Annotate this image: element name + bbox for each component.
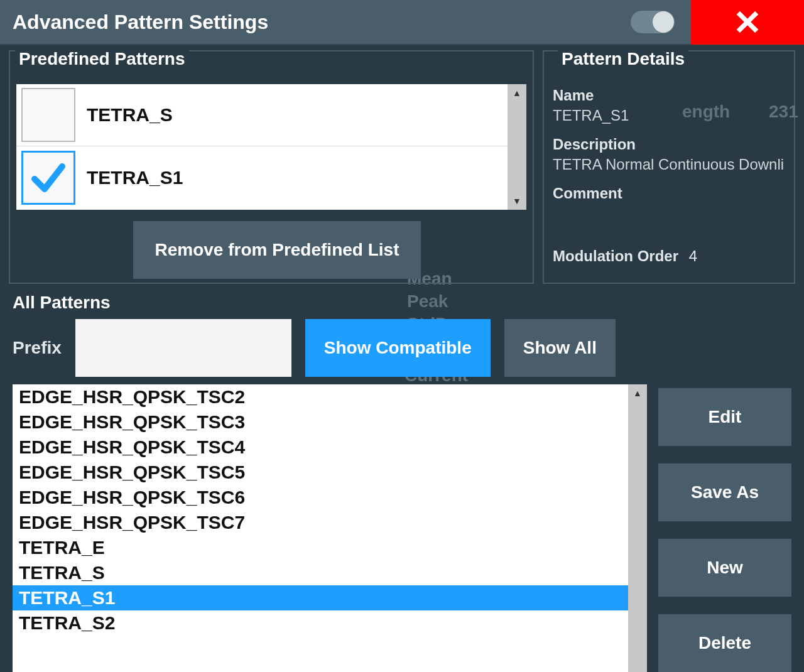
toggle-knob: [653, 11, 674, 33]
predefined-scrollbar[interactable]: ▲ ▼: [508, 84, 526, 210]
all-patterns-item[interactable]: TETRA_S2: [13, 610, 628, 636]
edit-button[interactable]: Edit: [658, 388, 791, 446]
predefined-patterns-list[interactable]: TETRA_STETRA_S1: [16, 84, 508, 210]
toggle-switch[interactable]: [631, 11, 675, 33]
detail-comment-label: Comment: [553, 185, 785, 202]
all-patterns-item[interactable]: EDGE_HSR_QPSK_TSC3: [13, 409, 628, 435]
modulation-order-row: Modulation Order 4: [553, 247, 785, 265]
predefined-patterns-panel: Predefined Patterns TETRA_STETRA_S1 ▲ ▼ …: [9, 50, 534, 284]
all-patterns-item[interactable]: EDGE_HSR_QPSK_TSC6: [13, 485, 628, 510]
all-patterns-item[interactable]: EDGE_HSR_QPSK_TSC7: [13, 510, 628, 535]
all-patterns-panel: All Patterns Prefix Show Compatible Show…: [9, 290, 795, 672]
pattern-details-panel: Pattern Details Name TETRA_S1 Descriptio…: [543, 50, 795, 284]
detail-description-value: TETRA Normal Continuous Downli: [553, 156, 785, 173]
prefix-input[interactable]: [75, 319, 291, 377]
detail-description-label: Description: [553, 136, 785, 153]
scroll-up-icon[interactable]: ▲: [513, 88, 521, 98]
show-compatible-button[interactable]: Show Compatible: [305, 319, 491, 377]
predefined-item-name: TETRA_S: [87, 104, 173, 126]
delete-button[interactable]: Delete: [658, 614, 791, 672]
predefined-item[interactable]: TETRA_S: [16, 84, 508, 146]
predefined-checkbox[interactable]: [21, 88, 75, 142]
close-button[interactable]: [691, 0, 804, 45]
detail-name-value: TETRA_S1: [553, 107, 785, 124]
pattern-details-label: Pattern Details: [558, 49, 688, 69]
all-patterns-item[interactable]: TETRA_S: [13, 560, 628, 585]
predefined-patterns-label: Predefined Patterns: [15, 49, 189, 69]
predefined-checkbox[interactable]: [21, 151, 75, 205]
save-as-button[interactable]: Save As: [658, 463, 791, 521]
scroll-down-icon[interactable]: ▼: [513, 196, 521, 206]
detail-name-label: Name: [553, 87, 785, 104]
window-title: Advanced Pattern Settings: [13, 11, 631, 34]
all-patterns-item[interactable]: TETRA_S1: [13, 585, 628, 610]
title-bar: Advanced Pattern Settings: [0, 0, 804, 45]
remove-from-predefined-button[interactable]: Remove from Predefined List: [133, 221, 421, 279]
new-button[interactable]: New: [658, 539, 791, 597]
show-all-button[interactable]: Show All: [504, 319, 616, 377]
modulation-order-value: 4: [689, 247, 697, 264]
prefix-label: Prefix: [13, 338, 62, 358]
predefined-item-name: TETRA_S1: [87, 167, 183, 188]
all-patterns-item[interactable]: EDGE_HSR_QPSK_TSC4: [13, 435, 628, 460]
all-patterns-label: All Patterns: [9, 290, 795, 319]
close-icon: [734, 9, 761, 35]
all-patterns-item[interactable]: TETRA_E: [13, 535, 628, 560]
modulation-order-label: Modulation Order: [553, 247, 678, 264]
predefined-item[interactable]: TETRA_S1: [16, 146, 508, 209]
all-patterns-item[interactable]: EDGE_HSR_QPSK_TSC2: [13, 384, 628, 409]
scroll-up-icon[interactable]: ▲: [633, 388, 642, 398]
checkmark-icon: [30, 159, 67, 197]
all-patterns-scrollbar[interactable]: ▲: [628, 384, 647, 672]
all-patterns-list[interactable]: EDGE_HSR_QPSK_TSC2EDGE_HSR_QPSK_TSC3EDGE…: [13, 384, 628, 672]
all-patterns-item[interactable]: EDGE_HSR_QPSK_TSC5: [13, 460, 628, 485]
